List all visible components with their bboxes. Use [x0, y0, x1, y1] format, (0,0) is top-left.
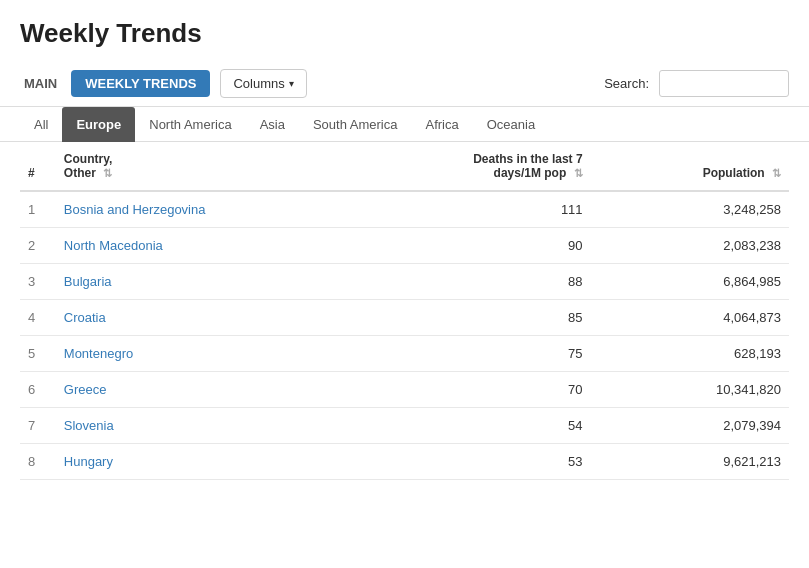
cell-deaths: 88 — [392, 264, 590, 300]
tab-europe[interactable]: Europe — [62, 107, 135, 142]
cell-deaths: 111 — [392, 191, 590, 228]
sort-country-icon: ⇅ — [103, 167, 112, 179]
cell-country[interactable]: Greece — [56, 372, 393, 408]
cell-rank: 8 — [20, 444, 56, 480]
page-title: Weekly Trends — [0, 0, 809, 61]
cell-rank: 5 — [20, 336, 56, 372]
col-header-country[interactable]: Country,Other ⇅ — [56, 142, 393, 191]
columns-label: Columns — [233, 76, 284, 91]
col-header-rank: # — [20, 142, 56, 191]
cell-rank: 2 — [20, 228, 56, 264]
country-link[interactable]: Slovenia — [64, 418, 114, 433]
sort-deaths-icon: ⇅ — [574, 167, 583, 179]
country-link[interactable]: Bulgaria — [64, 274, 112, 289]
cell-population: 6,864,985 — [591, 264, 789, 300]
table-row: 1Bosnia and Herzegovina1113,248,258 — [20, 191, 789, 228]
cell-country[interactable]: Bulgaria — [56, 264, 393, 300]
cell-population: 2,083,238 — [591, 228, 789, 264]
cell-country[interactable]: Slovenia — [56, 408, 393, 444]
country-link[interactable]: North Macedonia — [64, 238, 163, 253]
cell-rank: 1 — [20, 191, 56, 228]
cell-country[interactable]: Croatia — [56, 300, 393, 336]
tab-africa[interactable]: Africa — [411, 107, 472, 142]
country-link[interactable]: Greece — [64, 382, 107, 397]
col-header-population[interactable]: Population ⇅ — [591, 142, 789, 191]
tab-oceania[interactable]: Oceania — [473, 107, 549, 142]
cell-rank: 7 — [20, 408, 56, 444]
search-input[interactable] — [659, 70, 789, 97]
table-row: 8Hungary539,621,213 — [20, 444, 789, 480]
table-row: 2North Macedonia902,083,238 — [20, 228, 789, 264]
tab-north-america[interactable]: North America — [135, 107, 245, 142]
search-label: Search: — [604, 76, 649, 91]
country-link[interactable]: Montenegro — [64, 346, 133, 361]
cell-deaths: 85 — [392, 300, 590, 336]
cell-country[interactable]: Hungary — [56, 444, 393, 480]
cell-country[interactable]: Bosnia and Herzegovina — [56, 191, 393, 228]
tab-all[interactable]: All — [20, 107, 62, 142]
cell-country[interactable]: Montenegro — [56, 336, 393, 372]
cell-population: 9,621,213 — [591, 444, 789, 480]
cell-population: 2,079,394 — [591, 408, 789, 444]
country-link[interactable]: Hungary — [64, 454, 113, 469]
cell-deaths: 54 — [392, 408, 590, 444]
main-button[interactable]: MAIN — [20, 71, 61, 96]
col-header-deaths[interactable]: Deaths in the last 7days/1M pop ⇅ — [392, 142, 590, 191]
cell-population: 4,064,873 — [591, 300, 789, 336]
dropdown-arrow-icon: ▾ — [289, 78, 294, 89]
tab-asia[interactable]: Asia — [246, 107, 299, 142]
weekly-trends-button[interactable]: WEEKLY TRENDS — [71, 70, 210, 97]
table-row: 4Croatia854,064,873 — [20, 300, 789, 336]
tabs: All Europe North America Asia South Amer… — [0, 107, 809, 142]
cell-country[interactable]: North Macedonia — [56, 228, 393, 264]
cell-rank: 6 — [20, 372, 56, 408]
cell-deaths: 70 — [392, 372, 590, 408]
columns-button[interactable]: Columns ▾ — [220, 69, 306, 98]
cell-population: 628,193 — [591, 336, 789, 372]
cell-population: 10,341,820 — [591, 372, 789, 408]
toolbar: MAIN WEEKLY TRENDS Columns ▾ Search: — [0, 61, 809, 107]
table-header-row: # Country,Other ⇅ Deaths in the last 7da… — [20, 142, 789, 191]
cell-deaths: 90 — [392, 228, 590, 264]
cell-deaths: 75 — [392, 336, 590, 372]
table-wrap: # Country,Other ⇅ Deaths in the last 7da… — [0, 142, 809, 480]
table-row: 7Slovenia542,079,394 — [20, 408, 789, 444]
table-row: 5Montenegro75628,193 — [20, 336, 789, 372]
country-link[interactable]: Croatia — [64, 310, 106, 325]
table-row: 6Greece7010,341,820 — [20, 372, 789, 408]
cell-deaths: 53 — [392, 444, 590, 480]
cell-rank: 3 — [20, 264, 56, 300]
sort-population-icon: ⇅ — [772, 167, 781, 179]
cell-population: 3,248,258 — [591, 191, 789, 228]
data-table: # Country,Other ⇅ Deaths in the last 7da… — [20, 142, 789, 480]
cell-rank: 4 — [20, 300, 56, 336]
country-link[interactable]: Bosnia and Herzegovina — [64, 202, 206, 217]
table-row: 3Bulgaria886,864,985 — [20, 264, 789, 300]
tab-south-america[interactable]: South America — [299, 107, 412, 142]
